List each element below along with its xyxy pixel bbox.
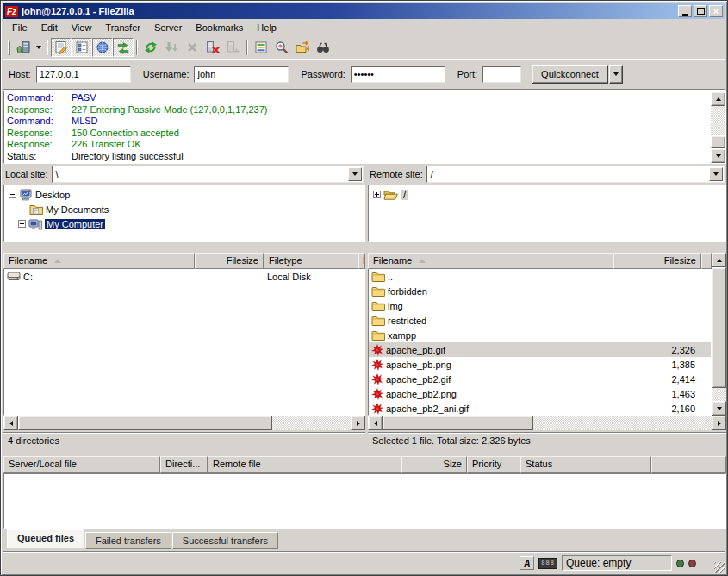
column-direction[interactable]: Directi... xyxy=(160,456,208,473)
scroll-up-button[interactable] xyxy=(711,91,725,106)
toggle-remote-tree-button[interactable] xyxy=(92,38,113,57)
remote-file-row[interactable]: restricted xyxy=(369,313,711,328)
remote-file-row[interactable]: apache_pb.png 1,385 xyxy=(369,357,711,372)
remote-file-row[interactable]: .. xyxy=(369,269,711,284)
scrollbar-thumb[interactable] xyxy=(383,416,533,430)
scrollbar-track[interactable] xyxy=(711,106,725,135)
find-files-button[interactable] xyxy=(313,38,333,57)
local-site-combo[interactable]: \ xyxy=(52,166,364,183)
remote-file-row[interactable]: apache_pb2.png 1,463 xyxy=(369,386,711,401)
column-filesize[interactable]: Filesize xyxy=(195,253,264,269)
menu-edit[interactable]: Edit xyxy=(34,21,65,34)
toggle-message-log-button[interactable] xyxy=(51,38,72,57)
directory-comparison-button[interactable] xyxy=(271,38,292,57)
column-filename[interactable]: Filename xyxy=(368,253,613,269)
port-input[interactable] xyxy=(482,66,521,83)
resize-grip[interactable] xyxy=(714,562,725,573)
tree-item-desktop[interactable]: Desktop xyxy=(4,187,364,202)
toggle-queue-button[interactable] xyxy=(113,38,134,57)
scrollbar-track[interactable] xyxy=(533,416,712,430)
column-filename[interactable]: Filename xyxy=(3,253,195,269)
quickconnect-dropdown[interactable] xyxy=(609,65,623,84)
column-filesize[interactable]: Filesize xyxy=(613,253,701,269)
file-name: apache_pb.png xyxy=(386,360,451,370)
file-name: xampp xyxy=(388,330,416,341)
toolbar-separator xyxy=(47,40,48,55)
host-input[interactable] xyxy=(36,66,131,83)
close-button[interactable]: × xyxy=(709,5,723,17)
column-filetype[interactable]: Filetype xyxy=(264,253,358,269)
username-label: Username: xyxy=(143,69,190,79)
scroll-left-button[interactable] xyxy=(3,416,18,430)
quickconnect-button[interactable]: Quickconnect xyxy=(532,65,608,84)
column-priority[interactable]: Priority xyxy=(467,456,520,473)
synchronized-browsing-button[interactable] xyxy=(292,38,313,57)
site-manager-dropdown[interactable] xyxy=(34,38,44,57)
local-site-dropdown[interactable] xyxy=(348,167,362,181)
toggle-local-tree-button[interactable] xyxy=(72,38,92,57)
remote-file-row[interactable]: forbidden xyxy=(369,284,711,298)
scroll-left-button[interactable] xyxy=(368,416,383,430)
expand-icon[interactable] xyxy=(373,191,381,198)
filter-button[interactable] xyxy=(251,38,271,57)
filezilla-window: Fz john@127.0.0.1 - FileZilla × File Edi… xyxy=(0,0,728,576)
collapse-icon[interactable] xyxy=(9,191,16,198)
tree-item-root[interactable]: / xyxy=(369,187,725,202)
menu-server[interactable]: Server xyxy=(147,21,189,34)
scroll-right-button[interactable] xyxy=(351,416,365,430)
menu-file[interactable]: File xyxy=(5,21,34,34)
process-queue-button[interactable] xyxy=(161,38,182,57)
site-manager-button[interactable] xyxy=(13,38,34,57)
menu-transfer[interactable]: Transfer xyxy=(98,21,147,34)
title-bar[interactable]: Fz john@127.0.0.1 - FileZilla × xyxy=(3,3,725,19)
remote-vscrollbar[interactable] xyxy=(712,253,726,416)
scrollbar-thumb[interactable] xyxy=(18,416,272,430)
folder-icon xyxy=(371,285,385,297)
remote-hscrollbar[interactable] xyxy=(368,416,726,430)
log-scrollbar[interactable] xyxy=(711,91,725,163)
scroll-up-button[interactable] xyxy=(712,253,726,267)
column-lastmodified[interactable]: L xyxy=(358,253,365,269)
cancel-operation-button[interactable] xyxy=(182,38,202,57)
tree-item-my-computer[interactable]: My Computer xyxy=(4,216,364,231)
scrollbar-track[interactable] xyxy=(272,416,351,430)
column-status[interactable]: Status xyxy=(520,456,651,473)
scrollbar-track[interactable] xyxy=(712,388,726,401)
scroll-down-button[interactable] xyxy=(711,148,725,163)
disconnect-button[interactable] xyxy=(202,38,223,57)
local-site-label: Local site: xyxy=(5,169,48,179)
tab-failed-transfers[interactable]: Failed transfers xyxy=(85,532,171,549)
scroll-right-button[interactable] xyxy=(712,416,726,430)
local-hscrollbar[interactable] xyxy=(3,416,365,430)
chevron-down-icon xyxy=(352,172,358,176)
scrollbar-thumb[interactable] xyxy=(711,135,725,148)
scroll-down-button[interactable] xyxy=(712,401,726,416)
column-server-local-file[interactable]: Server/Local file xyxy=(3,456,160,473)
menu-help[interactable]: Help xyxy=(250,21,283,34)
column-remote-file[interactable]: Remote file xyxy=(208,456,401,473)
password-input[interactable] xyxy=(351,66,445,83)
remote-file-row[interactable]: apache_pb2_ani.gif 2,160 xyxy=(369,401,711,416)
username-input[interactable] xyxy=(194,66,289,83)
remote-site-dropdown[interactable] xyxy=(709,167,723,181)
tree-item-my-documents[interactable]: My Documents xyxy=(4,202,364,216)
local-file-row[interactable]: C: Local Disk xyxy=(4,269,364,284)
remote-file-row[interactable]: img xyxy=(369,298,711,313)
reconnect-button[interactable] xyxy=(223,38,244,57)
remote-file-row[interactable]: xampp xyxy=(369,328,711,342)
remote-tree-icon xyxy=(96,41,109,54)
toolbar-grip[interactable] xyxy=(8,40,10,55)
minimize-button[interactable] xyxy=(678,5,692,17)
scrollbar-thumb[interactable] xyxy=(712,267,726,388)
remote-file-row[interactable]: apache_pb2.gif 2,414 xyxy=(369,372,711,386)
remote-file-row-selected[interactable]: apache_pb.gif 2,326 xyxy=(369,342,711,357)
expand-icon[interactable] xyxy=(18,220,26,228)
refresh-button[interactable] xyxy=(140,38,161,57)
tab-successful-transfers[interactable]: Successful transfers xyxy=(172,532,278,549)
tab-queued-files[interactable]: Queued files xyxy=(7,529,84,548)
menu-view[interactable]: View xyxy=(65,21,99,34)
maximize-button[interactable] xyxy=(694,5,707,17)
menu-bookmarks[interactable]: Bookmarks xyxy=(189,21,250,34)
column-size[interactable]: Size xyxy=(401,456,467,473)
remote-site-combo[interactable]: / xyxy=(426,166,725,183)
